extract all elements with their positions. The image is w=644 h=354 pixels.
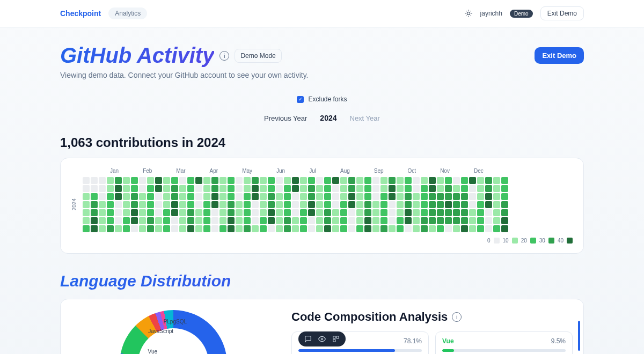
contribution-cell[interactable] <box>211 185 218 192</box>
contribution-cell[interactable] <box>292 193 299 200</box>
contribution-cell[interactable] <box>228 201 235 208</box>
contribution-cell[interactable] <box>405 193 412 200</box>
contribution-cell[interactable] <box>123 185 130 192</box>
contribution-cell[interactable] <box>389 225 396 232</box>
contribution-cell[interactable] <box>461 217 468 224</box>
donut-chart[interactable] <box>120 310 227 354</box>
contribution-cell[interactable] <box>389 177 396 184</box>
contribution-cell[interactable] <box>372 185 379 192</box>
contribution-cell[interactable] <box>356 225 363 232</box>
contribution-cell[interactable] <box>445 177 452 184</box>
contribution-cell[interactable] <box>300 177 307 184</box>
contribution-cell[interactable] <box>91 185 98 192</box>
contribution-cell[interactable] <box>493 225 500 232</box>
contribution-cell[interactable] <box>228 225 235 232</box>
contribution-cell[interactable] <box>260 201 267 208</box>
contribution-cell[interactable] <box>284 209 291 216</box>
contribution-cell[interactable] <box>501 201 508 208</box>
contribution-cell[interactable] <box>501 225 508 232</box>
contribution-cell[interactable] <box>83 217 90 224</box>
contribution-cell[interactable] <box>276 209 283 216</box>
contribution-cell[interactable] <box>324 225 331 232</box>
contribution-cell[interactable] <box>356 185 363 192</box>
contribution-cell[interactable] <box>364 193 371 200</box>
contribution-cell[interactable] <box>260 185 267 192</box>
contribution-cell[interactable] <box>139 209 146 216</box>
contribution-cell[interactable] <box>147 177 154 184</box>
contribution-cell[interactable] <box>123 209 130 216</box>
contribution-cell[interactable] <box>147 193 154 200</box>
contribution-cell[interactable] <box>236 193 243 200</box>
contribution-cell[interactable] <box>139 193 146 200</box>
contribution-cell[interactable] <box>107 209 114 216</box>
brand-logo[interactable]: Checkpoint <box>60 9 101 18</box>
contribution-cell[interactable] <box>187 225 194 232</box>
contribution-cell[interactable] <box>469 177 476 184</box>
contribution-cell[interactable] <box>187 209 194 216</box>
contribution-cell[interactable] <box>421 185 428 192</box>
contribution-cell[interactable] <box>364 217 371 224</box>
contribution-cell[interactable] <box>493 209 500 216</box>
contribution-cell[interactable] <box>477 177 484 184</box>
contribution-cell[interactable] <box>413 217 420 224</box>
contribution-cell[interactable] <box>123 193 130 200</box>
contribution-cell[interactable] <box>372 225 379 232</box>
contribution-cell[interactable] <box>187 193 194 200</box>
contribution-cell[interactable] <box>437 177 444 184</box>
contribution-cell[interactable] <box>83 209 90 216</box>
contribution-cell[interactable] <box>421 201 428 208</box>
contribution-cell[interactable] <box>469 201 476 208</box>
contribution-cell[interactable] <box>453 177 460 184</box>
contribution-cell[interactable] <box>131 217 138 224</box>
contribution-cell[interactable] <box>300 185 307 192</box>
contribution-cell[interactable] <box>211 177 218 184</box>
contribution-cell[interactable] <box>163 201 170 208</box>
contribution-cell[interactable] <box>115 185 122 192</box>
contribution-cell[interactable] <box>171 217 178 224</box>
contribution-cell[interactable] <box>228 193 235 200</box>
contribution-cell[interactable] <box>501 185 508 192</box>
contribution-cell[interactable] <box>453 193 460 200</box>
contribution-cell[interactable] <box>477 217 484 224</box>
contribution-cell[interactable] <box>236 225 243 232</box>
contribution-cell[interactable] <box>380 193 387 200</box>
contribution-cell[interactable] <box>131 177 138 184</box>
contribution-cell[interactable] <box>316 225 323 232</box>
contribution-cell[interactable] <box>203 193 210 200</box>
contribution-cell[interactable] <box>107 201 114 208</box>
contribution-cell[interactable] <box>228 185 235 192</box>
contribution-cell[interactable] <box>219 193 226 200</box>
contribution-cell[interactable] <box>155 209 162 216</box>
contribution-cell[interactable] <box>356 177 363 184</box>
analytics-badge[interactable]: Analytics <box>108 8 147 19</box>
contribution-cell[interactable] <box>445 185 452 192</box>
contribution-cell[interactable] <box>91 225 98 232</box>
contribution-cell[interactable] <box>324 193 331 200</box>
contribution-cell[interactable] <box>107 185 114 192</box>
floating-toolbar[interactable] <box>298 331 346 346</box>
contribution-cell[interactable] <box>236 209 243 216</box>
contribution-cell[interactable] <box>348 193 355 200</box>
contribution-cell[interactable] <box>332 209 339 216</box>
contribution-cell[interactable] <box>429 193 436 200</box>
exit-demo-button[interactable]: Exit Demo <box>535 47 584 64</box>
contribution-cell[interactable] <box>413 209 420 216</box>
contribution-cell[interactable] <box>284 185 291 192</box>
contribution-cell[interactable] <box>123 177 130 184</box>
contribution-cell[interactable] <box>139 177 146 184</box>
contribution-cell[interactable] <box>219 201 226 208</box>
contribution-cell[interactable] <box>139 225 146 232</box>
contribution-cell[interactable] <box>179 185 186 192</box>
contribution-cell[interactable] <box>236 185 243 192</box>
contribution-cell[interactable] <box>421 177 428 184</box>
contribution-cell[interactable] <box>131 209 138 216</box>
contribution-cell[interactable] <box>219 209 226 216</box>
contribution-cell[interactable] <box>397 193 404 200</box>
contribution-cell[interactable] <box>276 177 283 184</box>
contribution-cell[interactable] <box>437 209 444 216</box>
contribution-cell[interactable] <box>99 201 106 208</box>
contribution-cell[interactable] <box>252 209 259 216</box>
contribution-cell[interactable] <box>429 185 436 192</box>
contribution-cell[interactable] <box>308 209 315 216</box>
contribution-cell[interactable] <box>437 217 444 224</box>
